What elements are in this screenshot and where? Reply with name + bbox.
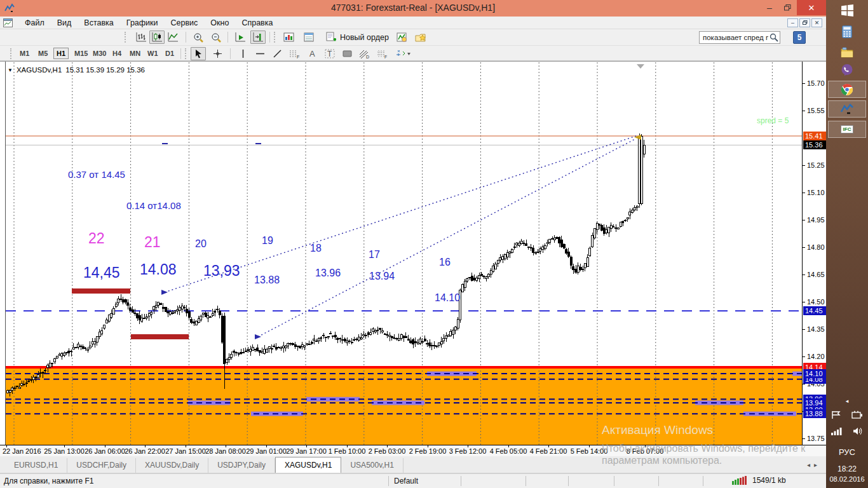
menu-item[interactable]: Графики [120, 17, 165, 29]
taskbar-item-explorer[interactable] [826, 44, 868, 60]
chevron-down-icon[interactable]: ▼ [8, 67, 13, 73]
mdi-close-button[interactable]: ✕ [811, 18, 822, 27]
toolbar-grip[interactable] [274, 32, 276, 43]
text-icon[interactable]: A [305, 47, 320, 60]
candle-body [532, 248, 534, 252]
candle-body [160, 304, 162, 304]
vertical-line-icon[interactable] [235, 47, 250, 60]
auto-scroll-icon[interactable] [233, 30, 248, 44]
data-window-icon[interactable] [301, 30, 316, 44]
menu-item[interactable]: Справка [235, 17, 279, 29]
clock-date[interactable]: 08.02.2016 [826, 475, 868, 483]
shapes-icon[interactable] [339, 47, 355, 60]
candlestick-chart-icon[interactable] [149, 30, 165, 44]
hidden-icons-arrow[interactable]: ◂ [826, 397, 868, 405]
fibonacci-icon[interactable]: F [287, 47, 302, 60]
candle-body [374, 330, 376, 332]
taskbar-item-calculator[interactable] [826, 24, 868, 39]
battery-icon[interactable] [851, 410, 863, 419]
chart-window[interactable]: ▼ XAGUSDv,H1 15.31 15.39 15.29 15.36 15.… [0, 61, 826, 445]
text-label-icon[interactable]: T [322, 47, 337, 60]
favorites-icon[interactable] [413, 30, 428, 44]
close-button[interactable]: ✕ [797, 0, 826, 15]
channels-icon[interactable]: D [356, 47, 372, 60]
taskbar-item-chrome[interactable] [828, 81, 866, 98]
connection-status[interactable]: 1549/1 kb [732, 476, 786, 485]
volume-icon[interactable] [853, 427, 863, 435]
timeframe-button[interactable]: D1 [162, 48, 177, 59]
menu-item[interactable]: Вставка [78, 17, 119, 29]
chart-tab[interactable]: USDCHF,Daily [67, 458, 136, 473]
new-order-button[interactable]: Новый ордер [323, 30, 392, 44]
time-axis[interactable]: 22 Jan 201625 Jan 13:0026 Jan 06:0026 Ja… [0, 445, 826, 456]
taskbar-item-ifc[interactable]: IFC [828, 121, 866, 138]
zoom-in-icon[interactable] [191, 30, 206, 44]
search-input[interactable] [699, 31, 780, 44]
toolbar-grip[interactable] [185, 48, 187, 59]
action-center-flag-icon[interactable] [831, 410, 842, 419]
chart-tab[interactable]: XAUUSDv,Daily [136, 458, 208, 473]
taskbar-item-metatrader[interactable] [828, 100, 866, 118]
timeframe-button[interactable]: M5 [35, 48, 51, 59]
price-axis-label: 15.55 [807, 107, 825, 114]
horizontal-line-icon[interactable] [252, 47, 268, 60]
clock-time[interactable]: 18:22 [826, 464, 868, 473]
mdi-restore-button[interactable] [799, 18, 810, 27]
timeframe-button[interactable]: W1 [144, 48, 161, 59]
chart-tab[interactable]: XAGUSDv,H1 [275, 457, 341, 473]
bar-chart-icon[interactable] [133, 30, 149, 44]
line-chart-icon[interactable] [165, 30, 180, 44]
menu-item[interactable]: Файл [18, 17, 51, 29]
menu-item[interactable]: Сервис [165, 17, 205, 29]
status-profile[interactable]: Default [394, 477, 418, 485]
indicators-icon[interactable] [394, 30, 409, 44]
candle-body [641, 136, 642, 203]
candle-body [608, 227, 610, 233]
candle-body [499, 258, 501, 261]
candle-body [365, 336, 367, 336]
zoom-out-icon[interactable] [208, 30, 224, 44]
timeframe-button[interactable]: H1 [53, 48, 69, 59]
candle-body [519, 243, 520, 246]
timeframe-button[interactable]: H4 [109, 48, 125, 59]
candle-body [372, 329, 374, 332]
timeframe-button[interactable]: M15 [71, 48, 91, 59]
windows-logo-icon [841, 4, 853, 17]
menu-item[interactable]: Окно [204, 17, 235, 29]
price-axis-tick [803, 274, 805, 275]
cursor-icon[interactable] [191, 47, 206, 60]
start-button[interactable] [826, 3, 868, 18]
search-icon[interactable] [770, 33, 778, 42]
toolbar-grip[interactable] [10, 48, 12, 59]
taskbar-item-viber[interactable] [826, 62, 868, 78]
arrows-icon[interactable] [392, 47, 414, 60]
tab-scroll-arrows[interactable]: ◂▸ [807, 461, 821, 468]
mdi-minimize-button[interactable]: – [787, 18, 798, 27]
candlestick-chart[interactable] [0, 62, 802, 445]
crosshair-icon[interactable] [210, 47, 225, 60]
chart-shift-icon[interactable] [250, 30, 266, 44]
chart-tab-bar: EURUSD,H1USDCHF,DailyXAUUSDv,DailyUSDJPY… [0, 456, 826, 473]
status-help-text: Для справки, нажмите F1 [4, 477, 93, 485]
search-results-badge[interactable]: 5 [793, 31, 806, 44]
trendline-icon[interactable] [269, 47, 285, 60]
chart-tab[interactable]: USDJPY,Daily [208, 458, 275, 473]
timeframe-button[interactable]: M30 [90, 48, 109, 59]
language-indicator[interactable]: РУС [826, 447, 868, 457]
chart-tab[interactable]: EURUSD,H1 [5, 458, 67, 473]
candle-body [426, 343, 428, 344]
grid-icon[interactable]: F [374, 47, 390, 60]
toolbar-grip[interactable] [125, 32, 126, 43]
chart-tab[interactable]: USA500v,H1 [341, 458, 403, 473]
network-signal-icon[interactable] [831, 427, 842, 435]
menu-item[interactable]: Вид [51, 17, 78, 29]
candle-body [14, 388, 16, 389]
minimize-button[interactable]: – [761, 0, 778, 15]
time-axis-label: 2 Feb 03:00 [369, 447, 406, 455]
chart-symbol-header[interactable]: ▼ XAGUSDv,H1 15.31 15.39 15.29 15.36 [8, 66, 145, 74]
price-axis[interactable]: 15.7015.5515.2515.1014.9514.8014.6514.50… [802, 62, 826, 445]
new-chart-icon[interactable] [281, 30, 296, 44]
timeframe-button[interactable]: M1 [17, 48, 32, 59]
timeframe-button[interactable]: MN [126, 48, 144, 59]
restore-button[interactable] [779, 0, 796, 15]
